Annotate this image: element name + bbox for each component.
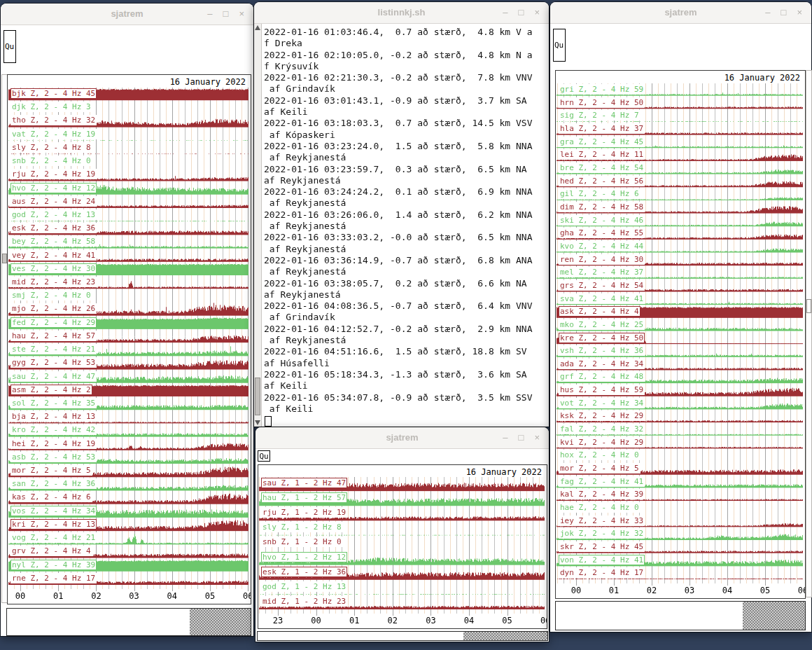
channel-label[interactable]: ves Z, 2 - 4 Hz 30 (10, 263, 97, 274)
channel-label[interactable]: bey Z, 2 - 4 Hz 58 (10, 236, 97, 247)
titlebar[interactable]: sjatrem – □ × (550, 2, 811, 24)
channel-label[interactable]: gyg Z, 2 - 4 Hz 53 (10, 357, 97, 368)
quit-button[interactable]: Qu (553, 29, 566, 62)
channel-label[interactable]: kvi Z, 2 - 4 Hz 29 (559, 437, 645, 448)
channel-label[interactable]: grf Z, 2 - 4 Hz 48 (559, 371, 645, 382)
channel-label[interactable]: vog Z, 2 - 4 Hz 21 (10, 532, 97, 543)
channel-label[interactable]: lei Z, 2 - 4 Hz 11 (559, 149, 645, 160)
close-button[interactable]: × (239, 9, 244, 19)
channel-label[interactable]: vat Z, 2 - 4 Hz 19 (10, 129, 97, 139)
maximize-button[interactable]: □ (519, 8, 524, 18)
channel-label[interactable]: gil Z, 2 - 4 Hz 6 (559, 188, 640, 199)
channel-label[interactable]: sig Z, 2 - 4 Hz 7 (559, 110, 640, 120)
time-range-bar[interactable] (555, 601, 806, 630)
channel-label[interactable]: kal Z, 2 - 4 Hz 39 (559, 489, 645, 499)
channel-label[interactable]: rju Z, 2 - 4 Hz 19 (10, 169, 97, 179)
scroll-up-icon[interactable] (255, 25, 260, 30)
minimize-button[interactable]: – (503, 8, 507, 18)
maximize-button[interactable]: □ (781, 8, 787, 18)
scrollbar-thumb[interactable] (463, 632, 547, 640)
channel-label[interactable]: dim Z, 2 - 4 Hz 58 (559, 202, 645, 212)
minimize-button[interactable]: – (765, 8, 770, 18)
channel-label[interactable]: rne Z, 2 - 4 Hz 17 (10, 573, 97, 583)
channel-label[interactable]: hau Z, 2 - 4 Hz 57 (10, 331, 97, 341)
channel-label[interactable]: ski Z, 2 - 4 Hz 46 (559, 215, 645, 226)
channel-label[interactable]: vos Z, 2 - 4 Hz 34 (10, 506, 97, 516)
channel-label[interactable]: smj Z, 2 - 4 Hz 0 (10, 290, 92, 300)
titlebar[interactable]: sjatrem – □ × (255, 427, 549, 449)
minimize-button[interactable]: – (207, 9, 212, 19)
channel-label[interactable]: sol Z, 2 - 4 Hz 35 (10, 398, 97, 408)
vertical-scrollbar[interactable] (806, 70, 812, 597)
channel-label[interactable]: ada Z, 2 - 4 Hz 34 (559, 359, 645, 369)
channel-label[interactable]: tho Z, 2 - 4 Hz 32 (10, 115, 97, 125)
channel-label[interactable]: kas Z, 2 - 4 Hz 6 (10, 492, 92, 502)
channel-label[interactable]: nyl Z, 2 - 4 Hz 39 (10, 560, 97, 570)
channel-label[interactable]: aus Z, 2 - 4 Hz 24 (10, 196, 97, 207)
channel-label[interactable]: asb Z, 2 - 4 Hz 53 (10, 452, 97, 462)
channel-label[interactable]: gha Z, 2 - 4 Hz 55 (559, 228, 645, 238)
scroll-down-icon[interactable] (255, 420, 260, 425)
channel-label[interactable]: jok Z, 2 - 4 Hz 32 (559, 528, 645, 539)
scrollbar-thumb[interactable] (255, 378, 260, 415)
channel-label[interactable]: sly Z, 2 - 4 Hz 8 (10, 142, 92, 153)
channel-label[interactable]: mjo Z, 2 - 4 Hz 26 (10, 303, 97, 314)
titlebar[interactable]: listinnkj.sh – □ × (254, 2, 549, 24)
channel-label[interactable]: hrn Z, 2 - 4 Hz 50 (559, 97, 645, 108)
channel-label[interactable]: bja Z, 2 - 4 Hz 13 (10, 411, 97, 422)
channel-label[interactable]: mid Z, 1 - 2 Hz 23 (261, 596, 347, 607)
channel-label[interactable]: snb Z, 1 - 2 Hz 0 (261, 537, 343, 547)
scrollbar-thumb[interactable] (806, 299, 811, 313)
close-button[interactable]: × (534, 433, 540, 443)
channel-label[interactable]: sau Z, 1 - 2 Hz 47 (261, 478, 347, 488)
channel-label[interactable]: hau Z, 1 - 2 Hz 57 (261, 492, 347, 503)
channel-label[interactable]: sau Z, 2 - 4 Hz 47 (10, 371, 97, 382)
channel-label[interactable]: ste Z, 2 - 4 Hz 21 (10, 344, 97, 354)
channel-label[interactable]: hla Z, 2 - 4 Hz 37 (559, 123, 645, 134)
titlebar[interactable]: sjatrem – □ × (1, 4, 253, 25)
channel-label[interactable]: kre Z, 2 - 4 Hz 50 (559, 333, 645, 343)
channel-label[interactable]: fed Z, 2 - 4 Hz 29 (10, 317, 97, 328)
channel-label[interactable]: bre Z, 2 - 4 Hz 54 (559, 162, 645, 173)
maximize-button[interactable]: □ (223, 9, 229, 19)
channel-label[interactable]: esk Z, 2 - 4 Hz 36 (10, 223, 97, 233)
quit-button[interactable]: Qu (4, 30, 16, 63)
time-range-bar[interactable] (6, 608, 251, 636)
channel-label[interactable]: vot Z, 2 - 4 Hz 34 (559, 398, 645, 408)
close-button[interactable]: × (534, 8, 540, 18)
channel-label[interactable]: ask Z, 2 - 4 Hz 4 (559, 306, 640, 317)
selected-range-hatch[interactable] (190, 609, 251, 635)
channel-label[interactable]: hox Z, 2 - 4 Hz 0 (559, 450, 640, 460)
channel-label[interactable]: kvo Z, 2 - 4 Hz 44 (559, 241, 645, 251)
channel-label[interactable]: hus Z, 2 - 4 Hz 59 (559, 385, 645, 395)
channel-label[interactable]: snb Z, 2 - 4 Hz 0 (10, 155, 92, 166)
channel-label[interactable]: hed Z, 2 - 4 Hz 56 (559, 176, 645, 186)
channel-label[interactable]: asm Z, 2 - 4 Hz 2 (10, 385, 92, 395)
channel-label[interactable]: mko Z, 2 - 4 Hz 25 (559, 319, 645, 330)
channel-label[interactable]: gra Z, 2 - 4 Hz 45 (559, 137, 645, 147)
channel-label[interactable]: skr Z, 2 - 4 Hz 45 (559, 541, 645, 552)
channel-label[interactable]: kro Z, 2 - 4 Hz 42 (10, 424, 97, 435)
close-button[interactable]: × (797, 8, 802, 18)
maximize-button[interactable]: □ (519, 433, 524, 443)
channel-label[interactable]: vsh Z, 2 - 4 Hz 36 (559, 345, 645, 356)
minimize-button[interactable]: – (503, 433, 507, 443)
channel-label[interactable]: hae Z, 2 - 4 Hz 0 (559, 502, 640, 513)
channel-label[interactable]: sly Z, 1 - 2 Hz 8 (261, 522, 343, 532)
channel-label[interactable]: grs Z, 2 - 4 Hz 54 (559, 280, 645, 291)
channel-label[interactable]: mor Z, 2 - 4 Hz 5 (559, 463, 640, 473)
scrollbar-thumb[interactable] (2, 254, 7, 263)
channel-label[interactable]: vey Z, 2 - 4 Hz 41 (10, 250, 97, 261)
quit-button[interactable]: Qu (258, 450, 270, 462)
channel-label[interactable]: god Z, 2 - 4 Hz 13 (10, 209, 97, 220)
channel-label[interactable]: san Z, 2 - 4 Hz 36 (10, 478, 97, 489)
channel-label[interactable]: mel Z, 2 - 4 Hz 37 (559, 267, 645, 277)
channel-label[interactable]: grv Z, 2 - 4 Hz 4 (10, 546, 92, 556)
channel-label[interactable]: hvo Z, 1 - 2 Hz 12 (261, 552, 347, 562)
channel-label[interactable]: mor Z, 2 - 4 Hz 5 (10, 465, 92, 476)
horizontal-scrollbar[interactable] (257, 631, 548, 641)
channel-label[interactable]: kri Z, 2 - 4 Hz 13 (10, 519, 97, 530)
channel-label[interactable]: fal Z, 2 - 4 Hz 32 (559, 424, 645, 434)
vertical-scrollbar[interactable] (254, 24, 262, 427)
channel-label[interactable]: ren Z, 2 - 4 Hz 30 (559, 254, 645, 265)
